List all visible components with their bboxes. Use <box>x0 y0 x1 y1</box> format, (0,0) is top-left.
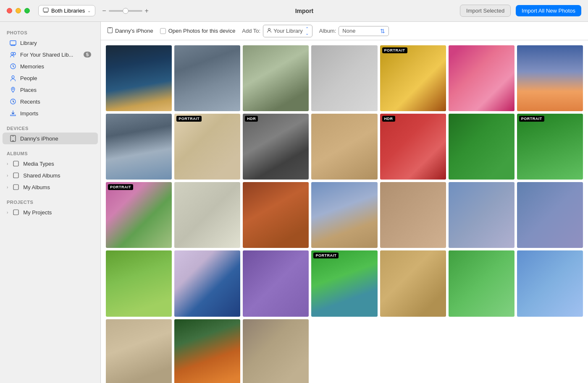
photo-cell[interactable] <box>243 250 309 316</box>
sidebar-item-my-albums[interactable]: › My Albums <box>3 181 98 193</box>
photo-cell[interactable] <box>106 45 172 111</box>
sidebar-item-memories[interactable]: Memories <box>3 60 98 72</box>
iphone-icon <box>9 135 17 142</box>
svg-point-10 <box>13 141 13 141</box>
import-selected-button[interactable]: Import Selected <box>460 5 511 17</box>
photo-cell[interactable] <box>517 250 583 316</box>
photo-cell[interactable]: HDR <box>380 114 446 180</box>
photo-cell[interactable]: PORTRAIT <box>380 45 446 111</box>
sidebar-item-shared-lib[interactable]: For Your Shared Lib... 5 <box>3 49 98 60</box>
photo-cell[interactable] <box>517 182 583 248</box>
chevron-right-icon: › <box>7 173 8 178</box>
zoom-slider[interactable] <box>109 10 142 12</box>
library-icon <box>43 7 49 14</box>
open-photos-label: Open Photos for this device <box>168 28 236 34</box>
shared-albums-icon <box>12 172 20 179</box>
photo-cell[interactable] <box>243 45 309 111</box>
sidebar-item-places[interactable]: Places <box>3 84 98 96</box>
sidebar-item-library[interactable]: Library <box>3 37 98 49</box>
sidebar-item-label: Memories <box>20 63 91 70</box>
open-photos-checkbox[interactable] <box>160 28 166 34</box>
photo-cell[interactable] <box>311 45 377 111</box>
chevron-right-icon: › <box>7 185 8 190</box>
minimize-button[interactable] <box>16 8 21 13</box>
recents-icon <box>9 98 17 105</box>
photo-cell[interactable] <box>106 319 172 383</box>
library-picker[interactable]: Both Libraries ⌄ <box>38 5 95 16</box>
svg-point-6 <box>13 89 14 90</box>
svg-point-5 <box>12 76 14 78</box>
sidebar-item-label: Imports <box>20 110 91 117</box>
photo-cell[interactable]: PORTRAIT <box>106 182 172 248</box>
open-photos-checkbox-area[interactable]: Open Photos for this device <box>160 28 236 34</box>
sidebar-item-imports[interactable]: Imports <box>3 107 98 119</box>
photo-cell[interactable]: HDR <box>243 114 309 180</box>
photo-cell[interactable] <box>311 182 377 248</box>
photo-cell[interactable] <box>106 250 172 316</box>
photo-cell[interactable] <box>174 250 240 316</box>
projects-icon <box>12 208 20 216</box>
sidebar-item-label: Places <box>20 87 91 93</box>
photo-cell[interactable] <box>449 250 514 316</box>
library-picker-label: Both Libraries <box>51 8 85 14</box>
photo-badge: HDR <box>245 116 258 122</box>
photo-cell[interactable] <box>174 182 240 248</box>
photo-cell[interactable] <box>449 45 514 111</box>
sidebar-item-people[interactable]: People <box>3 72 98 84</box>
device-section: Danny's iPhone <box>108 27 153 34</box>
library-select[interactable]: Your Library ⌃⌄ <box>263 25 312 37</box>
sidebar-item-label: Library <box>20 40 91 46</box>
album-select[interactable]: None ⇅ <box>339 26 389 36</box>
chevron-right-icon: › <box>7 162 8 166</box>
photo-cell[interactable] <box>517 45 583 111</box>
my-albums-icon <box>12 183 20 191</box>
photo-grid: PORTRAITPORTRAITHDRHDRPORTRAITPORTRAITPO… <box>106 45 583 383</box>
sidebar-item-shared-albums[interactable]: › Shared Albums <box>3 169 98 181</box>
album-section: Album: None ⇅ <box>319 26 389 36</box>
close-button[interactable] <box>7 8 12 13</box>
photo-cell[interactable] <box>380 250 446 316</box>
library-icon <box>9 39 17 47</box>
photo-cell[interactable]: PORTRAIT <box>517 114 583 180</box>
iphone-small-icon <box>108 27 113 34</box>
photo-cell[interactable] <box>380 182 446 248</box>
sidebar-item-label: People <box>20 75 91 81</box>
media-types-icon <box>12 160 20 167</box>
photo-cell[interactable]: PORTRAIT <box>174 114 240 180</box>
zoom-out-button[interactable]: − <box>102 8 106 14</box>
main-content: Photos Library For Your Shared Lib... 5 … <box>0 22 588 383</box>
sidebar-item-my-projects[interactable]: › My Projects <box>3 206 98 218</box>
photo-cell[interactable] <box>243 182 309 248</box>
photo-cell[interactable] <box>449 114 514 180</box>
import-all-button[interactable]: Import All New Photos <box>516 5 581 16</box>
zoom-thumb <box>123 8 129 14</box>
photo-grid-container[interactable]: PORTRAITPORTRAITHDRHDRPORTRAITPORTRAITPO… <box>101 40 588 383</box>
photo-cell[interactable]: PORTRAIT <box>311 250 377 316</box>
zoom-in-button[interactable]: + <box>145 8 149 14</box>
photo-cell[interactable] <box>106 114 172 180</box>
device-label: Danny's iPhone <box>20 135 91 142</box>
sidebar-item-media-types[interactable]: › Media Types <box>3 158 98 169</box>
sidebar-item-device[interactable]: Danny's iPhone <box>3 133 98 144</box>
photo-cell[interactable] <box>243 319 309 383</box>
window-controls <box>7 8 30 13</box>
photo-cell[interactable] <box>174 319 240 383</box>
people-icon <box>9 74 17 82</box>
sidebar-item-label: Media Types <box>23 161 91 167</box>
sidebar-item-recents[interactable]: Recents <box>3 96 98 107</box>
album-label: Album: <box>319 28 336 34</box>
photo-badge: PORTRAIT <box>108 184 133 190</box>
imports-icon <box>9 109 17 117</box>
photo-cell[interactable] <box>311 114 377 180</box>
album-value: None <box>342 28 355 34</box>
sidebar-item-label: My Albums <box>23 184 91 190</box>
photos-section-label: Photos <box>0 27 100 37</box>
photo-cell[interactable] <box>449 182 514 248</box>
svg-rect-0 <box>43 8 48 12</box>
library-name: Your Library <box>273 28 303 34</box>
svg-rect-14 <box>13 210 18 215</box>
photo-badge: PORTRAIT <box>313 253 339 258</box>
fullscreen-button[interactable] <box>24 8 30 13</box>
photo-badge: PORTRAIT <box>382 47 407 53</box>
photo-cell[interactable] <box>174 45 240 111</box>
